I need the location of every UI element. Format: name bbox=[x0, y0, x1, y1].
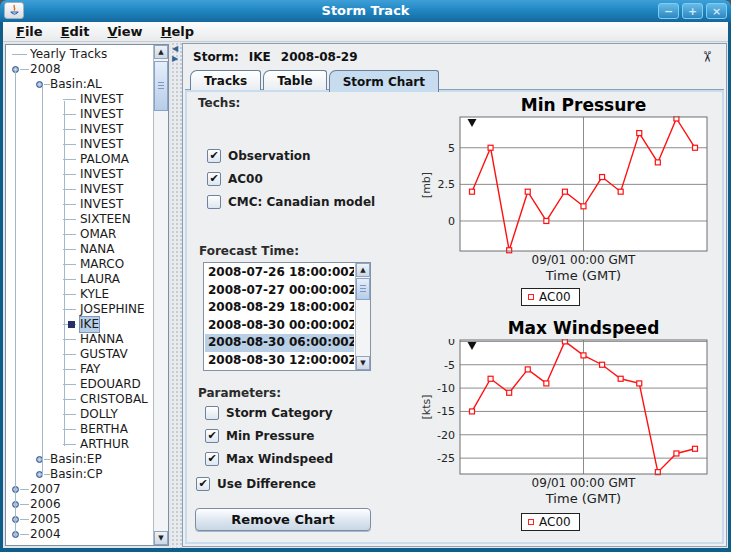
tree-scrollbar-thumb[interactable] bbox=[154, 61, 168, 111]
checkbox-unchecked-icon[interactable] bbox=[205, 406, 219, 420]
leaf-node-icon bbox=[68, 321, 75, 328]
tree-item-cristobal[interactable]: CRISTOBAL bbox=[6, 392, 152, 407]
option-checkbox-use-difference[interactable]: ✔Use Difference bbox=[196, 472, 316, 495]
tree-item-label: INVEST bbox=[80, 167, 123, 182]
tree-item-2008[interactable]: 2008 bbox=[6, 62, 152, 77]
parameter-checkbox-max-windspeed[interactable]: ✔Max Windspeed bbox=[205, 447, 333, 470]
checkbox-unchecked-icon[interactable] bbox=[207, 195, 221, 209]
tab-tracks[interactable]: Tracks bbox=[190, 70, 261, 90]
svg-text:0: 0 bbox=[448, 339, 455, 348]
svg-text:2.5: 2.5 bbox=[438, 178, 456, 191]
tree-item-label: INVEST bbox=[80, 107, 123, 122]
collapse-right-icon[interactable]: ▶ bbox=[172, 55, 178, 63]
tree-item-fay[interactable]: FAY bbox=[6, 362, 152, 377]
forecast-scrollbar[interactable]: ▲ ▼ bbox=[355, 263, 370, 370]
tree-item-gustav[interactable]: GUSTAV bbox=[6, 347, 152, 362]
tree-item-omar[interactable]: OMAR bbox=[6, 227, 152, 242]
forecast-time-item[interactable]: 2008-07-27 00:00:00Z bbox=[205, 282, 354, 300]
tree-scrollbar[interactable]: ▲ ▼ bbox=[153, 45, 168, 545]
tree-item-2007[interactable]: 2007 bbox=[6, 482, 152, 497]
forecast-time-item[interactable]: 2008-08-30 12:00:00Z bbox=[205, 352, 354, 369]
chart2-title: Max Windspeed bbox=[460, 318, 707, 338]
tree-item-arthur[interactable]: ARTHUR bbox=[6, 437, 152, 452]
tech-checkbox-observation[interactable]: ✔Observation bbox=[207, 144, 375, 167]
tree-item-yearly-tracks[interactable]: Yearly Tracks bbox=[6, 47, 152, 62]
tree-item-kyle[interactable]: KYLE bbox=[6, 287, 152, 302]
tree-item-basin-cp[interactable]: Basin:CP bbox=[6, 467, 152, 482]
collapse-left-icon[interactable]: ◀ bbox=[172, 45, 178, 53]
tree-item-invest[interactable]: INVEST bbox=[6, 92, 152, 107]
remove-chart-button[interactable]: Remove Chart bbox=[195, 508, 371, 531]
scroll-down-icon[interactable]: ▼ bbox=[154, 531, 168, 545]
minimize-button[interactable]: − bbox=[658, 3, 679, 19]
forecast-scrollbar-thumb[interactable] bbox=[356, 278, 370, 300]
tree-item-invest[interactable]: INVEST bbox=[6, 107, 152, 122]
cut-button[interactable]: ✂ bbox=[697, 47, 717, 67]
scissors-icon: ✂ bbox=[698, 51, 716, 64]
tree-item-sixteen[interactable]: SIXTEEN bbox=[6, 212, 152, 227]
forecast-time-list[interactable]: 2008-07-26 18:00:00Z2008-07-27 00:00:00Z… bbox=[203, 262, 371, 371]
forecast-time-item[interactable]: 2008-08-29 18:00:00Z bbox=[205, 299, 354, 317]
forecast-time-item[interactable]: 2008-07-26 18:00:00Z bbox=[205, 264, 354, 282]
tree-item-label: BERTHA bbox=[80, 422, 128, 437]
menu-edit[interactable]: Edit bbox=[52, 24, 99, 39]
chart2-legend: AC00 bbox=[521, 513, 580, 531]
forecast-time-item[interactable]: 2008-08-30 00:00:00Z bbox=[205, 317, 354, 335]
tree-item-josephine[interactable]: JOSEPHINE bbox=[6, 302, 152, 317]
tree-item-label: GUSTAV bbox=[80, 347, 128, 362]
parameters-options: Storm Category✔Min Pressure✔Max Windspee… bbox=[205, 401, 333, 470]
close-button[interactable]: × bbox=[706, 3, 727, 19]
tree-item-laura[interactable]: LAURA bbox=[6, 272, 152, 287]
tree-item-2005[interactable]: 2005 bbox=[6, 512, 152, 527]
menu-help[interactable]: Help bbox=[152, 24, 203, 39]
svg-text:-15: -15 bbox=[437, 405, 455, 418]
tree-item-invest[interactable]: INVEST bbox=[6, 167, 152, 182]
svg-text:09/01 00:00 GMT: 09/01 00:00 GMT bbox=[532, 253, 636, 267]
tree-item-basin-ep[interactable]: Basin:EP bbox=[6, 452, 152, 467]
tree-item-invest[interactable]: INVEST bbox=[6, 197, 152, 212]
tree-item-label: 2005 bbox=[30, 512, 61, 527]
checkbox-checked-icon[interactable]: ✔ bbox=[196, 477, 210, 491]
title-bar[interactable]: Storm Track − + × bbox=[0, 0, 731, 22]
maximize-button[interactable]: + bbox=[682, 3, 703, 19]
checkbox-checked-icon[interactable]: ✔ bbox=[207, 149, 221, 163]
legend-series-name: AC00 bbox=[539, 515, 571, 529]
tree-item-invest[interactable]: INVEST bbox=[6, 182, 152, 197]
tab-table[interactable]: Table bbox=[263, 70, 327, 90]
tree-item-hanna[interactable]: HANNA bbox=[6, 332, 152, 347]
chart1-legend: AC00 bbox=[521, 288, 580, 306]
menu-bar: FileEditViewHelp bbox=[3, 22, 728, 42]
tree-item-2004[interactable]: 2004 bbox=[6, 527, 152, 542]
checkbox-checked-icon[interactable]: ✔ bbox=[207, 172, 221, 186]
tree-item-invest[interactable]: INVEST bbox=[6, 122, 152, 137]
storm-tree: Yearly Tracks2008Basin:ALINVESTINVESTINV… bbox=[6, 47, 152, 545]
tree-item-marco[interactable]: MARCO bbox=[6, 257, 152, 272]
min-pressure-chart: 02.5509/01 00:00 GMT bbox=[424, 116, 709, 269]
tree-item-label: INVEST bbox=[80, 137, 123, 152]
forecast-time-item[interactable]: 2008-08-30 06:00:00Z bbox=[205, 334, 354, 352]
scroll-up-icon[interactable]: ▲ bbox=[356, 263, 370, 277]
tech-checkbox-ac00[interactable]: ✔AC00 bbox=[207, 167, 375, 190]
scroll-down-icon[interactable]: ▼ bbox=[356, 356, 370, 370]
tree-item-ike[interactable]: IKE bbox=[6, 317, 152, 332]
tree-item-edouard[interactable]: EDOUARD bbox=[6, 377, 152, 392]
tree-item-nana[interactable]: NANA bbox=[6, 242, 152, 257]
checkbox-checked-icon[interactable]: ✔ bbox=[205, 452, 219, 466]
tree-item-bertha[interactable]: BERTHA bbox=[6, 422, 152, 437]
parameter-checkbox-min-pressure[interactable]: ✔Min Pressure bbox=[205, 424, 333, 447]
menu-view[interactable]: View bbox=[99, 24, 152, 39]
tree-item-basin-al[interactable]: Basin:AL bbox=[6, 77, 152, 92]
tech-checkbox-cmc-canadian-model[interactable]: CMC: Canadian model bbox=[207, 190, 375, 213]
split-pane-divider[interactable]: ◀ ▶ bbox=[171, 42, 182, 548]
tab-storm-chart[interactable]: Storm Chart bbox=[329, 70, 439, 92]
tree-item-paloma[interactable]: PALOMA bbox=[6, 152, 152, 167]
tree-item-invest[interactable]: INVEST bbox=[6, 137, 152, 152]
scroll-up-icon[interactable]: ▲ bbox=[154, 45, 168, 59]
tree-item-dolly[interactable]: DOLLY bbox=[6, 407, 152, 422]
checkbox-checked-icon[interactable]: ✔ bbox=[205, 429, 219, 443]
checkbox-label: Observation bbox=[228, 149, 311, 163]
parameter-checkbox-storm-category[interactable]: Storm Category bbox=[205, 401, 333, 424]
menu-file[interactable]: File bbox=[7, 24, 52, 39]
parameters-label: Parameters: bbox=[198, 386, 281, 400]
tree-item-2006[interactable]: 2006 bbox=[6, 497, 152, 512]
